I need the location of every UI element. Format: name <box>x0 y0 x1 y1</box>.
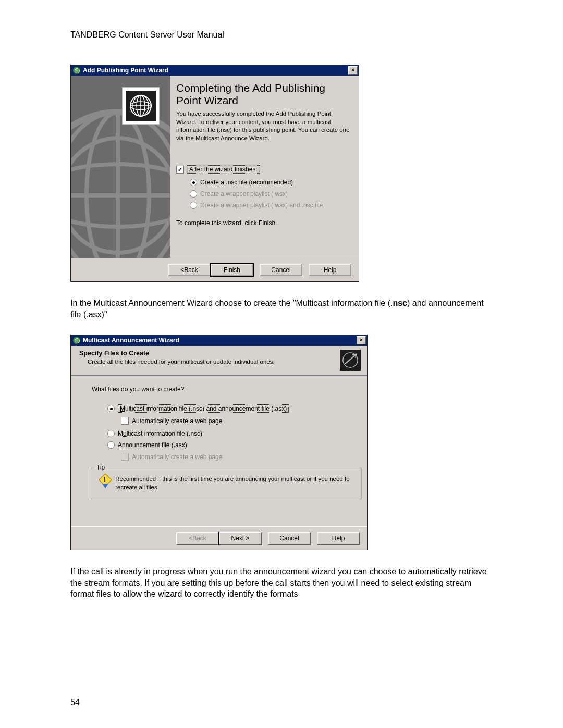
cancel-button[interactable]: Cancel <box>268 532 311 545</box>
next-underline: N <box>231 535 236 542</box>
document-page: TANDBERG Content Server User Manual Add … <box>0 0 563 728</box>
page-number: 54 <box>70 698 80 707</box>
wizard-side-graphic <box>71 76 170 258</box>
wizard-content: Completing the Add Publishing Point Wiza… <box>170 76 359 258</box>
radio-icon[interactable] <box>190 202 197 209</box>
radio-label: Create a .nsc file (recommended) <box>200 179 293 186</box>
next-suffix: ext > <box>236 535 249 542</box>
radio-icon[interactable] <box>107 441 115 449</box>
back-underline: B <box>192 535 197 542</box>
option-create-wsx[interactable]: Create a wrapper playlist (.wsx) <box>190 190 351 198</box>
window-title: Add Publishing Point Wizard <box>83 67 348 74</box>
back-button: < Back <box>176 532 219 545</box>
wizard-header-icon <box>340 350 361 371</box>
radio-label: Create a wrapper playlist (.wsx) <box>200 190 288 198</box>
tip-legend: Tip <box>94 464 107 471</box>
finish-hint: To complete this wizard, click Finish. <box>176 219 351 227</box>
option-create-wsx-and-nsc[interactable]: Create a wrapper playlist (.wsx) and .ns… <box>190 202 351 209</box>
globe-thumbnail-icon <box>128 93 153 118</box>
window-title: Multicast Announcement Wizard <box>83 337 357 344</box>
tip-groupbox: Tip ! Recommended if this is the first t… <box>91 468 362 499</box>
after-finish-checkbox-row[interactable]: After the wizard finishes: <box>176 165 351 174</box>
radio-label: Multicast information file (.nsc)Multica… <box>118 430 202 437</box>
checkbox-label: Automatically create a web page <box>132 453 222 461</box>
option-asx-only[interactable]: Announcement file (.asx)Announcement fil… <box>107 441 354 449</box>
app-icon <box>73 67 80 74</box>
close-icon[interactable]: × <box>357 336 366 344</box>
radio-icon[interactable] <box>107 430 115 437</box>
after-finish-checkbox[interactable] <box>176 166 184 174</box>
doc-paragraph-1: In the Multicast Announcement Wizard cho… <box>70 298 495 320</box>
close-icon[interactable]: × <box>348 66 358 75</box>
after-finish-options: Create a .nsc file (recommended) Create … <box>190 179 351 209</box>
wizard-step-subtitle: Create all the files needed for your mul… <box>88 359 336 365</box>
window-titlebar[interactable]: Add Publishing Point Wizard × <box>71 65 359 76</box>
cancel-button[interactable]: Cancel <box>260 264 302 276</box>
tip-text: Recommended if this is the first time yo… <box>115 475 354 491</box>
checkbox-icon <box>121 453 129 461</box>
radio-icon[interactable] <box>190 179 197 186</box>
multicast-announcement-wizard-window: Multicast Announcement Wizard × Specify … <box>70 335 368 550</box>
auto-create-webpage-1[interactable]: Automatically create a web page <box>121 417 354 425</box>
finish-button[interactable]: Finish <box>211 264 253 276</box>
doc-paragraph-2: If the call is already in progress when … <box>70 566 495 600</box>
window-titlebar[interactable]: Multicast Announcement Wizard × <box>71 335 367 346</box>
question-label: What files do you want to create? <box>92 386 354 393</box>
para1-pre: In the Multicast Announcement Wizard cho… <box>70 299 393 307</box>
next-button[interactable]: Next > <box>219 532 262 545</box>
wizard-header-pane: Specify Files to Create Create all the f… <box>71 346 367 376</box>
option-create-nsc[interactable]: Create a .nsc file (recommended) <box>190 179 351 186</box>
wizard-button-bar: < Back Next > Cancel Help <box>71 526 367 550</box>
wizard-content: What files do you want to create? MMulti… <box>71 376 367 526</box>
file-options: MMulticast information file (.nsc) and a… <box>107 404 354 461</box>
globe-arrow-icon <box>341 351 359 369</box>
after-finish-label: After the wizard finishes: <box>187 165 260 174</box>
add-publishing-point-wizard-window: Add Publishing Point Wizard × <box>70 65 359 282</box>
wizard-heading: Completing the Add Publishing Point Wiza… <box>176 82 351 107</box>
radio-icon[interactable] <box>190 190 197 198</box>
checkbox-icon[interactable] <box>121 417 129 425</box>
radio-label: MMulticast information file (.nsc) and a… <box>118 404 289 413</box>
radio-icon[interactable] <box>107 405 115 412</box>
app-icon <box>73 337 80 344</box>
wizard-body: Specify Files to Create Create all the f… <box>71 346 367 550</box>
radio-label: Announcement file (.asx)Announcement fil… <box>118 441 187 449</box>
para1-bold: nsc <box>393 299 407 307</box>
auto-create-webpage-2: Automatically create a web page <box>121 453 354 461</box>
help-button[interactable]: Help <box>317 532 360 545</box>
checkbox-label: Automatically create a web page <box>132 417 222 425</box>
wizard-step-title: Specify Files to Create <box>79 350 336 357</box>
help-button[interactable]: Help <box>309 264 351 276</box>
wizard-body: Completing the Add Publishing Point Wiza… <box>71 76 359 258</box>
wizard-button-bar: < Back Finish Cancel Help <box>71 258 359 281</box>
svg-point-13 <box>343 353 358 367</box>
back-suffix: ack <box>197 535 206 542</box>
globe-icon <box>71 107 170 258</box>
radio-label: Create a wrapper playlist (.wsx) and .ns… <box>200 202 323 209</box>
back-prefix: < <box>189 535 192 542</box>
back-prefix: < <box>180 266 184 274</box>
back-underline: B <box>184 266 188 274</box>
option-nsc-only[interactable]: Multicast information file (.nsc)Multica… <box>107 430 354 437</box>
wizard-thumbnail <box>122 87 160 125</box>
option-nsc-and-asx[interactable]: MMulticast information file (.nsc) and a… <box>107 404 354 413</box>
doc-header: TANDBERG Content Server User Manual <box>70 30 495 40</box>
tip-icon: ! <box>99 475 110 489</box>
wizard-description: You have successfully completed the Add … <box>176 110 351 142</box>
back-button[interactable]: < Back <box>168 264 211 276</box>
back-suffix: ack <box>188 266 198 274</box>
